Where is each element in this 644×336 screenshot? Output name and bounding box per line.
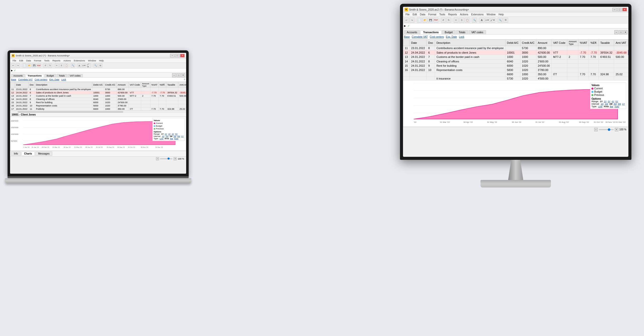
laptop-toolbar-undo[interactable]: ↺ bbox=[43, 63, 48, 68]
toolbar-text-a[interactable]: A bbox=[479, 18, 484, 23]
menu-edit[interactable]: Edit bbox=[411, 13, 418, 16]
toolbar-copy[interactable]: ⎘ bbox=[459, 18, 464, 23]
laptop-toolbar-paste[interactable]: 📋 bbox=[64, 63, 68, 68]
laptop-col-taxable[interactable]: Taxable bbox=[166, 82, 178, 88]
interval-6m[interactable]: 6M bbox=[618, 103, 621, 105]
laptop-tab-vat-codes[interactable]: VAT codes bbox=[68, 74, 83, 77]
laptop-help-icon[interactable]: ? bbox=[184, 78, 185, 81]
laptop-toolbar-text-color[interactable]: A▼ bbox=[82, 63, 86, 68]
col-header-description[interactable]: Description bbox=[435, 40, 505, 46]
col-header-taxable[interactable]: Taxable bbox=[599, 40, 614, 46]
table-row-highlight[interactable]: 1224.04.20226 Sales of products to clien… bbox=[403, 50, 629, 55]
laptop-interval-1w[interactable]: 1W bbox=[166, 135, 169, 137]
laptop-col-debit[interactable]: Debit A/C bbox=[92, 82, 104, 88]
laptop-col-vat[interactable]: VAT Code bbox=[129, 82, 141, 88]
laptop-link-complete-vat[interactable]: Complete VAT bbox=[18, 78, 33, 81]
laptop-zoom-slider[interactable] bbox=[160, 158, 173, 159]
close-button[interactable]: ✕ bbox=[622, 8, 627, 11]
toolbar-save[interactable]: 💾 bbox=[428, 18, 433, 23]
laptop-minimize-button[interactable]: ─ bbox=[170, 54, 175, 57]
minimize-button[interactable]: ─ bbox=[612, 8, 617, 11]
toolbar-cut[interactable]: ✂ bbox=[454, 18, 459, 23]
toolbar-pdf[interactable]: PDF bbox=[433, 18, 438, 23]
laptop-close-button[interactable]: ✕ bbox=[180, 54, 185, 57]
menu-actions[interactable]: Actions bbox=[459, 13, 470, 16]
col-header-credit[interactable]: Credit A/C bbox=[520, 40, 536, 46]
laptop-toolbar-window[interactable]: ⧉ bbox=[98, 63, 102, 68]
laptop-link-base[interactable]: Base bbox=[11, 78, 16, 81]
zoom-in-button[interactable]: + bbox=[615, 128, 618, 131]
laptop-toolbar-forward[interactable]: ↪ bbox=[16, 63, 20, 68]
laptop-toolbar-search2[interactable]: 🔍 bbox=[93, 63, 98, 68]
col-header-doc[interactable]: Doc bbox=[427, 40, 435, 46]
table-row[interactable]: 1624.01.202210 Representation costs 5830… bbox=[403, 68, 629, 72]
laptop-interval-3m[interactable]: 3M bbox=[173, 135, 176, 137]
laptop-bottom-tab-charts[interactable]: Charts bbox=[21, 152, 35, 156]
col-header-vat-code[interactable]: VAT Code bbox=[551, 40, 567, 46]
laptop-range-1y[interactable]: 1Y bbox=[161, 133, 164, 135]
table-row[interactable]: 1424.01.20228 Cleaning of offices 604010… bbox=[403, 59, 629, 63]
laptop-tab-minimize[interactable]: ─ bbox=[172, 73, 176, 77]
col-header-amt-vat[interactable]: Amt.VAT bbox=[614, 40, 628, 46]
laptop-interval-1y[interactable]: 1Y bbox=[181, 135, 184, 137]
laptop-toolbar-find[interactable]: 🔍 bbox=[71, 63, 75, 68]
col-header-debit[interactable]: Debit A/C bbox=[505, 40, 520, 46]
laptop-toolbar-pdf[interactable]: PDF bbox=[37, 63, 41, 68]
table-row[interactable]: 1324.01.20227 Customs at the border paid… bbox=[403, 55, 629, 59]
tab-close[interactable]: ✕ bbox=[623, 30, 627, 34]
laptop-table-row[interactable]: 1724.01.202211 Publicity 66001000350.00 … bbox=[10, 107, 186, 111]
laptop-tab-accounts[interactable]: Accounts bbox=[11, 74, 25, 77]
laptop-toolbar-back[interactable]: ↩ bbox=[11, 63, 15, 68]
col-header-date[interactable]: Date bbox=[410, 40, 427, 46]
laptop-toolbar-new[interactable]: 📄 bbox=[22, 63, 27, 68]
laptop-link-cost-centers[interactable]: Cost centers bbox=[35, 78, 48, 81]
laptop-toolbar-open[interactable]: 📂 bbox=[27, 63, 31, 68]
interval-3m[interactable]: 3M bbox=[614, 103, 617, 105]
interval-1d[interactable]: 1D bbox=[601, 103, 604, 105]
laptop-col-doc[interactable]: Doc bbox=[29, 82, 35, 88]
laptop-menu-format[interactable]: Format bbox=[32, 59, 43, 62]
laptop-table-row[interactable]: 1324.01.20227 Customs at the border paid… bbox=[10, 94, 186, 98]
laptop-menu-file[interactable]: File bbox=[11, 59, 18, 62]
toolbar-back[interactable]: ↩ bbox=[404, 18, 409, 23]
type-line[interactable]: Line bbox=[598, 105, 602, 108]
laptop-menu-extensions[interactable]: Extensions bbox=[72, 59, 87, 62]
maximize-button[interactable]: □ bbox=[617, 8, 622, 11]
toolbar-undo[interactable]: ↺ bbox=[441, 18, 446, 23]
laptop-menu-window[interactable]: Window bbox=[87, 59, 98, 62]
menu-window[interactable]: Window bbox=[485, 13, 497, 16]
laptop-toolbar-text-a[interactable]: A bbox=[77, 63, 82, 68]
laptop-range-5y[interactable]: 5Y bbox=[175, 133, 178, 135]
laptop-col-amount[interactable]: Amount bbox=[116, 82, 129, 88]
laptop-tab-transactions[interactable]: Transactions bbox=[25, 74, 44, 77]
link-exp-date[interactable]: Exp. Date bbox=[446, 35, 457, 38]
range-1y[interactable]: 1Y bbox=[600, 100, 603, 103]
col-header-amount[interactable]: Amount bbox=[536, 40, 551, 46]
laptop-tab-totals[interactable]: Totals bbox=[57, 74, 67, 77]
menu-reports[interactable]: Reports bbox=[447, 13, 459, 16]
toolbar-search2[interactable]: 🔍 bbox=[498, 18, 503, 23]
tab-vat-codes[interactable]: VAT codes bbox=[469, 30, 486, 34]
menu-format[interactable]: Format bbox=[427, 13, 438, 16]
range-3y[interactable]: 3Y bbox=[608, 100, 611, 103]
toolbar-new[interactable]: 📄 bbox=[417, 18, 422, 23]
menu-data[interactable]: Data bbox=[418, 13, 427, 16]
toolbar-open[interactable]: 📂 bbox=[422, 18, 427, 23]
laptop-type-auto[interactable]: Auto bbox=[174, 137, 178, 140]
tab-totals[interactable]: Totals bbox=[456, 30, 468, 34]
laptop-interval-1d[interactable]: 1D bbox=[162, 135, 164, 137]
laptop-title-controls[interactable]: ─ □ ✕ bbox=[170, 54, 185, 57]
laptop-menu-actions[interactable]: Actions bbox=[62, 59, 72, 62]
laptop-table-row-highlight[interactable]: 1224.04.20226 Sales of products to clien… bbox=[10, 91, 186, 94]
laptop-type-bar[interactable]: Bar bbox=[170, 137, 173, 140]
menu-file[interactable]: File bbox=[404, 13, 411, 16]
col-header-pct-vat[interactable]: %VAT bbox=[578, 40, 589, 46]
toolbar-text-color[interactable]: A▼ bbox=[485, 18, 490, 23]
range-5y[interactable]: 5Y bbox=[616, 100, 618, 103]
toolbar-window[interactable]: ⧉ bbox=[503, 18, 508, 23]
table-row[interactable]: 1524.01.20229 Rent for building 60001020… bbox=[403, 63, 629, 68]
menu-tools[interactable]: Tools bbox=[438, 13, 447, 16]
laptop-table-row[interactable]: 1424.01.20228 Cleaning of offices 604010… bbox=[10, 98, 186, 101]
range-2y[interactable]: 2Y bbox=[604, 100, 607, 103]
laptop-tab-budget[interactable]: Budget bbox=[45, 74, 56, 77]
